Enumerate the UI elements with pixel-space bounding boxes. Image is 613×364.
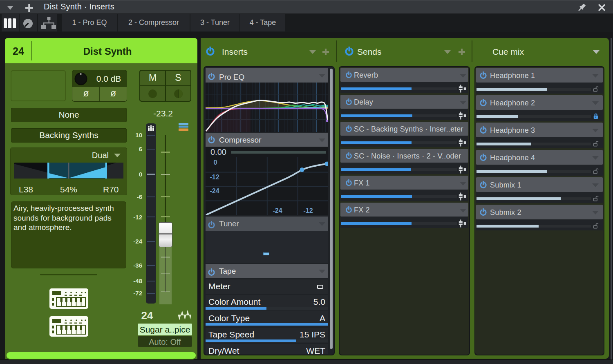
svg-text:-12: -12 [303, 207, 313, 214]
svg-text:0: 0 [214, 159, 217, 166]
svg-text:-12: -12 [210, 174, 219, 181]
svg-text:-24: -24 [210, 188, 219, 194]
svg-text:-24: -24 [273, 207, 282, 214]
